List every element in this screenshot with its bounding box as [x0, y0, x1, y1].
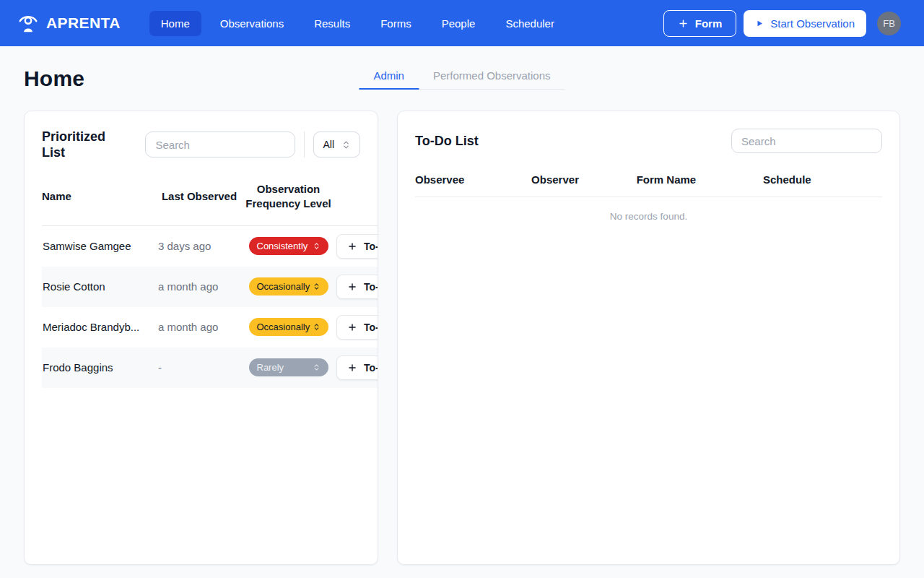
last-observed-value: a month ago [157, 267, 241, 307]
add-todo-button[interactable]: To-Do [336, 234, 378, 259]
todo-list-header: To-Do List [415, 129, 882, 153]
prioritized-list-card: Prioritized List All Name Last Ob [24, 111, 378, 565]
chevron-expand-icon [313, 282, 321, 290]
frequency-cell: Rarely [241, 348, 336, 388]
frequency-badge[interactable]: Occasionally [249, 318, 328, 336]
column-header-name: Name [42, 171, 157, 226]
vertical-divider [304, 131, 305, 158]
observee-name: Frodo Baggins [42, 348, 157, 388]
nav-item-scheduler[interactable]: Scheduler [494, 11, 566, 36]
nav-item-results[interactable]: Results [302, 11, 362, 36]
brand-name: APRENTA [46, 14, 121, 32]
add-todo-label: To-Do [364, 362, 378, 374]
brand[interactable]: APRENTA [17, 12, 121, 34]
actions-cell: To-Do [336, 226, 378, 267]
form-button[interactable]: Form [663, 10, 737, 37]
todo-search-input[interactable] [731, 129, 882, 153]
add-todo-label: To-Do [364, 241, 378, 252]
frequency-badge[interactable]: Rarely [249, 358, 328, 376]
frequency-label: Occasionally [257, 322, 310, 332]
chevron-expand-icon [313, 323, 321, 331]
frequency-badge[interactable]: Occasionally [249, 277, 328, 296]
column-header-form-name: Form Name [637, 173, 763, 197]
prioritized-table-row: Rosie Cottona month agoOccasionallyTo-Do [42, 267, 378, 307]
frequency-label: Consistently [257, 241, 308, 251]
prioritized-table-row: Frodo Baggins-RarelyTo-Do [42, 348, 378, 388]
frequency-badge[interactable]: Consistently [249, 237, 328, 255]
prioritized-search-input[interactable] [145, 131, 295, 158]
tabs: Admin Performed Observations [359, 62, 565, 90]
plus-icon [678, 18, 689, 29]
nav-item-people[interactable]: People [430, 11, 487, 36]
frequency-label: Rarely [257, 362, 284, 373]
observee-name: Samwise Gamgee [42, 226, 157, 267]
chevron-expand-icon [313, 242, 321, 250]
chevron-expand-icon [341, 140, 351, 150]
prioritized-table-wrap: Name Last Observed Observation Frequency… [42, 171, 378, 388]
add-todo-button[interactable]: To-Do [336, 275, 378, 299]
frequency-label: Occasionally [257, 281, 310, 292]
nav-item-home[interactable]: Home [149, 11, 201, 36]
add-todo-label: To-Do [364, 281, 378, 293]
primary-nav: HomeObservationsResultsFormsPeopleSchedu… [149, 11, 566, 36]
todo-list-title: To-Do List [415, 133, 479, 149]
frequency-filter-value: All [323, 139, 334, 150]
nav-item-observations[interactable]: Observations [209, 11, 295, 36]
observee-name: Rosie Cotton [42, 267, 157, 307]
page-header: Home Admin Performed Observations [24, 66, 900, 92]
tab-admin[interactable]: Admin [359, 62, 419, 90]
observee-name: Meriadoc Brandyb... [42, 307, 157, 348]
chevron-expand-icon [313, 363, 321, 371]
column-header-last-observed: Last Observed [157, 171, 241, 226]
cards-row: Prioritized List All Name Last Ob [24, 111, 900, 565]
plus-icon [347, 363, 357, 373]
nav-item-forms[interactable]: Forms [369, 11, 423, 36]
todo-table-header-row: Observee Observer Form Name Schedule [415, 173, 882, 197]
frequency-cell: Occasionally [241, 307, 336, 348]
prioritized-table-header-row: Name Last Observed Observation Frequency… [42, 171, 378, 226]
last-observed-value: a month ago [157, 307, 241, 348]
prioritized-table-row: Samwise Gamgee3 days agoConsistentlyTo-D… [42, 226, 378, 267]
column-header-observee: Observee [415, 173, 531, 197]
main-content: Home Admin Performed Observations Priori… [0, 66, 924, 565]
top-navbar: APRENTA HomeObservationsResultsFormsPeop… [0, 0, 924, 46]
column-header-observer: Observer [531, 173, 637, 197]
column-header-frequency: Observation Frequency Level [241, 171, 336, 226]
frequency-cell: Occasionally [241, 267, 336, 307]
last-observed-value: - [157, 348, 241, 388]
form-button-label: Form [695, 17, 723, 30]
prioritized-list-header: Prioritized List All [42, 129, 360, 160]
actions-cell: To-Do [336, 267, 378, 307]
actions-cell: To-Do [336, 348, 378, 388]
frequency-cell: Consistently [241, 226, 336, 267]
navbar-actions: Form Start Observation FB [663, 10, 901, 37]
aprenta-logo-icon [17, 12, 39, 34]
todo-table: Observee Observer Form Name Schedule [415, 173, 882, 197]
prioritized-table-body: Samwise Gamgee3 days agoConsistentlyTo-D… [42, 226, 378, 388]
todo-list-card: To-Do List Observee Observer Form Name S… [397, 111, 900, 565]
add-todo-button[interactable]: To-Do [336, 315, 378, 340]
tab-performed-observations[interactable]: Performed Observations [419, 62, 565, 90]
prioritized-list-title: Prioritized List [42, 129, 128, 160]
avatar[interactable]: FB [877, 12, 901, 35]
frequency-filter-select[interactable]: All [313, 131, 360, 158]
start-observation-label: Start Observation [770, 17, 855, 30]
start-observation-button[interactable]: Start Observation [744, 10, 866, 37]
column-header-actions [336, 171, 378, 226]
plus-icon [347, 322, 357, 332]
prioritized-table-row: Meriadoc Brandyb...a month agoOccasional… [42, 307, 378, 348]
prioritized-table: Name Last Observed Observation Frequency… [42, 171, 378, 388]
empty-message: No records found. [415, 197, 882, 222]
plus-icon [347, 241, 357, 251]
last-observed-value: 3 days ago [157, 226, 241, 267]
add-todo-label: To-Do [364, 322, 378, 333]
play-icon [755, 19, 764, 28]
plus-icon [347, 282, 357, 292]
actions-cell: To-Do [336, 307, 378, 348]
column-header-schedule: Schedule [763, 173, 882, 197]
add-todo-button[interactable]: To-Do [336, 355, 378, 380]
